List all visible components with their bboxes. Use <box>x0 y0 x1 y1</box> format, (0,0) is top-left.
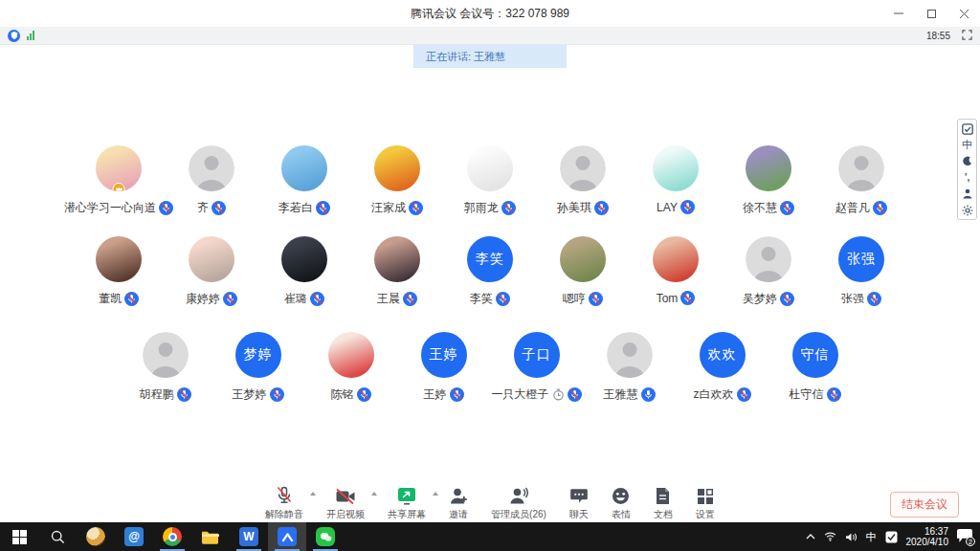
end-meeting-button[interactable]: 结束会议 <box>890 492 959 518</box>
participant-tile[interactable]: Tom <box>630 236 723 307</box>
start-video-button[interactable]: 开启视频 <box>315 485 376 521</box>
participant-tile[interactable]: 王晨 <box>351 236 444 307</box>
participant-tile[interactable]: 徐不慧 <box>723 145 815 216</box>
maximize-button[interactable] <box>915 0 947 27</box>
avatar <box>374 236 420 282</box>
participant-tile[interactable]: 吴梦婷 <box>723 236 815 307</box>
avatar: 梦婷 <box>235 332 281 378</box>
tray-security-icon[interactable] <box>885 531 898 543</box>
network-signal-icon[interactable] <box>27 31 34 40</box>
chat-button[interactable]: 聊天 <box>558 485 600 521</box>
input-language-indicator[interactable]: 中 <box>866 530 877 544</box>
taskbar-app-wps[interactable]: W <box>230 522 268 551</box>
participant-tile[interactable]: 李若白 <box>258 145 351 216</box>
invite-button[interactable]: 邀请 <box>437 485 479 521</box>
participant-name: 陈铭 <box>331 386 354 403</box>
participant-name: 一只大橙子 <box>492 386 549 403</box>
avatar <box>374 145 420 191</box>
ime-settings-icon[interactable] <box>960 204 974 216</box>
manage-members-button[interactable]: 管理成员(26) <box>479 485 558 521</box>
docs-button[interactable]: 文档 <box>642 485 684 521</box>
security-shield-icon[interactable] <box>8 30 20 42</box>
wifi-icon[interactable] <box>824 532 836 541</box>
avatar <box>96 145 142 191</box>
participant-tile[interactable]: 齐 <box>166 145 258 216</box>
avatar: 守信 <box>792 332 838 378</box>
participant-tile[interactable]: 欢欢 z白欢欢 <box>676 332 768 403</box>
mic-muted-badge-icon <box>594 201 609 215</box>
participant-tile[interactable]: 张强 张强 <box>815 236 908 307</box>
taskbar-app-tencent-meeting[interactable] <box>268 522 306 551</box>
participant-tile[interactable]: 潜心学习一心向道 <box>73 145 166 216</box>
speaking-banner: 正在讲话: 王雅慧 <box>413 45 567 68</box>
participant-tile[interactable]: 守信 杜守信 <box>768 332 861 403</box>
participant-name: 嗯哼 <box>563 291 586 307</box>
taskbar-clock[interactable]: 16:37 2020/4/10 <box>906 526 949 547</box>
participant-name: 董凯 <box>99 291 122 307</box>
default-avatar-icon <box>838 145 884 191</box>
taskbar-app-caj[interactable]: @ <box>115 522 153 551</box>
participant-tile[interactable]: 李笑 李笑 <box>444 236 537 307</box>
volume-icon[interactable] <box>845 532 858 542</box>
avatar: 王婷 <box>421 332 467 378</box>
ime-virtual-keyboard-icon[interactable] <box>960 187 974 200</box>
participant-tile[interactable]: 王雅慧 <box>583 332 676 403</box>
ime-logo-icon[interactable] <box>960 122 974 135</box>
mic-muted-badge-icon <box>680 200 695 214</box>
meeting-status-bar: 18:55 <box>0 27 980 45</box>
share-screen-button[interactable]: 共享屏幕 <box>376 485 437 521</box>
start-button[interactable] <box>0 522 38 551</box>
participant-tile[interactable]: 王婷 王婷 <box>397 332 490 403</box>
settings-button[interactable]: 设置 <box>684 485 726 521</box>
avatar <box>653 236 699 282</box>
participant-tile[interactable]: 崔璐 <box>258 236 351 307</box>
close-button[interactable] <box>947 0 980 27</box>
taskbar-app-duck[interactable] <box>77 522 115 551</box>
mic-muted-badge-icon <box>450 387 464 402</box>
default-avatar-icon <box>189 145 234 191</box>
default-avatar-icon <box>560 145 606 191</box>
share-screen-icon <box>397 485 416 505</box>
participant-tile[interactable]: 陈铭 <box>304 332 397 403</box>
fullscreen-icon[interactable] <box>962 27 972 44</box>
taskbar-app-chrome[interactable] <box>153 522 191 551</box>
participant-tile[interactable]: 梦婷 王梦婷 <box>212 332 304 403</box>
participant-name: 胡程鹏 <box>140 386 174 403</box>
ime-fullwidth-moon-icon[interactable] <box>960 155 974 167</box>
ime-punctuation-icon[interactable]: ’, <box>960 171 974 184</box>
participant-tile[interactable]: 康婷婷 <box>166 236 258 307</box>
meeting-toolbar: 解除静音 开启视频 共享屏幕 <box>0 483 980 522</box>
close-icon <box>960 10 969 18</box>
mic-muted-badge-icon <box>680 291 695 305</box>
minimize-button[interactable] <box>882 0 915 27</box>
participant-name: 潜心学习一心向道 <box>64 200 156 216</box>
camera-off-icon <box>335 485 356 505</box>
default-avatar-icon <box>143 332 189 378</box>
participant-tile[interactable]: 董凯 <box>73 236 166 307</box>
participant-tile[interactable]: 郭雨龙 <box>444 145 537 216</box>
ime-lang-toggle[interactable]: 中 <box>960 139 974 151</box>
mic-muted-badge-icon <box>737 387 751 402</box>
participant-name: 王婷 <box>424 386 447 403</box>
participant-tile[interactable]: 孙美琪 <box>537 145 630 216</box>
participant-tile[interactable]: 嗯哼 <box>537 236 630 307</box>
search-icon <box>51 530 65 544</box>
participant-tile[interactable]: 赵普凡 <box>815 145 908 216</box>
emoji-button[interactable]: 表情 <box>600 485 642 521</box>
mic-muted-badge-icon <box>316 201 330 215</box>
unmute-button[interactable]: 解除静音 <box>254 485 315 521</box>
participant-tile[interactable]: 胡程鹏 <box>119 332 212 403</box>
avatar <box>143 332 189 378</box>
action-center-icon[interactable]: 2 <box>957 529 972 544</box>
participant-tile[interactable]: LAY <box>630 145 723 216</box>
participant-tile[interactable]: 子口 一只大橙子 <box>490 332 583 403</box>
participant-tile[interactable]: 汪家成 <box>351 145 444 216</box>
tray-expand-icon[interactable] <box>806 534 815 540</box>
avatar: 李笑 <box>467 236 513 282</box>
host-badge-icon <box>113 183 125 191</box>
mic-on-badge-icon <box>641 387 656 402</box>
taskbar-search-button[interactable] <box>38 522 77 551</box>
taskbar-app-explorer[interactable] <box>191 522 230 551</box>
taskbar-app-wechat[interactable] <box>306 522 345 551</box>
mic-muted-badge-icon <box>409 201 423 215</box>
